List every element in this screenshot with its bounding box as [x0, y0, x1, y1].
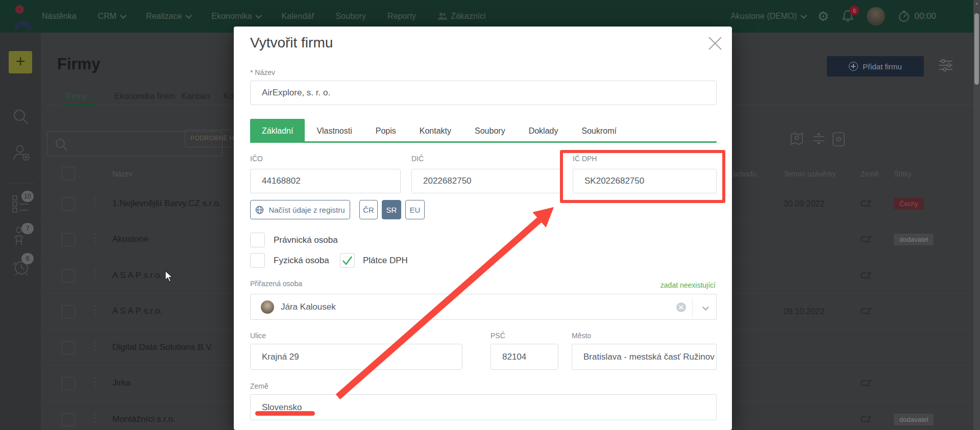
plus-circle-icon — [849, 62, 858, 71]
kebab-menu-icon[interactable] — [94, 269, 96, 280]
eye-card-icon[interactable] — [832, 132, 845, 147]
kebab-menu-icon[interactable] — [94, 341, 96, 351]
modal-tab-soukromi[interactable]: Soukromí — [570, 119, 628, 141]
tab-ekonomika-firem[interactable]: Ekonomika firem — [114, 92, 175, 101]
tab-kanban[interactable]: Kanban — [182, 92, 210, 101]
column-resize-icon[interactable] — [812, 132, 826, 146]
modal-tab-popis[interactable]: Popis — [364, 119, 408, 141]
row-checkbox[interactable] — [62, 197, 75, 211]
tag-badge: dodavatel — [894, 414, 934, 425]
nav-item-realizace[interactable]: Realizace — [146, 12, 190, 21]
checkmark-icon — [340, 254, 354, 267]
kebab-menu-icon[interactable] — [94, 413, 96, 423]
account-switcher[interactable]: Akustone (DEMO) — [730, 12, 805, 21]
kebab-menu-icon[interactable] — [94, 305, 96, 315]
select-all-checkbox[interactable] — [62, 167, 75, 180]
column-header-tags[interactable]: Štítky — [894, 170, 912, 178]
country-input[interactable]: Slovensko — [250, 394, 717, 420]
modal-tab-doklady[interactable]: Doklady — [517, 119, 570, 141]
kebab-menu-icon[interactable] — [94, 377, 96, 387]
modal-tab-zakladni[interactable]: Základní — [250, 119, 305, 141]
column-header-country[interactable]: Země — [861, 170, 879, 178]
dic-input[interactable]: 2022682750 — [411, 169, 562, 193]
country-cr-button[interactable]: ČR — [359, 200, 378, 219]
company-name[interactable]: 1.Nejlevnější Barvy.CZ s.r.o. — [112, 198, 221, 209]
quick-add-button[interactable]: + — [9, 51, 32, 73]
scrollbar-thumb[interactable] — [974, 13, 979, 85]
name-field-label: * Název — [250, 68, 275, 77]
person-avatar — [261, 300, 274, 314]
modal-tab-kontakty[interactable]: Kontakty — [408, 119, 463, 141]
left-sidebar: + 10 7 — [0, 33, 41, 430]
map-view-icon[interactable] — [790, 132, 804, 146]
nav-item-zakaznici[interactable]: Zákazníci — [437, 12, 485, 21]
legal-person-checkbox[interactable] — [250, 233, 265, 247]
close-icon[interactable] — [707, 36, 723, 51]
row-checkbox[interactable] — [62, 233, 75, 246]
kebab-menu-icon[interactable] — [94, 197, 96, 208]
scroll-up-arrow[interactable]: ▲ — [973, 1, 980, 6]
annotation-underline — [255, 411, 315, 416]
city-input[interactable]: Bratislava - mestská časť Ružinov — [572, 344, 717, 370]
ico-input[interactable]: 44168802 — [250, 169, 401, 193]
country-sr-button[interactable]: SR — [382, 200, 401, 219]
assigned-person-select[interactable]: Jára Kalousek — [250, 294, 717, 320]
nav-item-reporty[interactable]: Reporty — [387, 12, 416, 21]
notifications-button[interactable]: 6 — [841, 9, 854, 23]
ico-label: IČO — [250, 155, 263, 163]
settings-button[interactable]: ⚙ — [817, 9, 829, 24]
dic-label: DIČ — [411, 155, 424, 163]
company-name[interactable]: Montážníci s.r.o. — [112, 414, 176, 424]
row-checkbox[interactable] — [62, 413, 75, 426]
time-tracker[interactable]: 00:00 — [897, 10, 936, 23]
clear-selection-icon[interactable] — [676, 302, 687, 313]
deadline-cell: 09.10.2022 — [783, 307, 824, 316]
search-icon[interactable] — [12, 108, 29, 125]
company-name[interactable]: A S A P s.r.o. — [112, 306, 162, 316]
page-scrollbar[interactable]: ▲ — [973, 0, 980, 430]
add-contact-icon[interactable] — [12, 144, 31, 161]
row-checkbox[interactable] — [62, 269, 75, 283]
modal-tab-vlastnosti[interactable]: Vlastnosti — [305, 119, 363, 141]
physical-person-label: Fyzická osoba — [274, 256, 329, 266]
company-name[interactable]: A S A P s.r.o. — [112, 270, 162, 281]
name-input[interactable]: AirExplore, s. r. o. — [250, 81, 717, 105]
chevron-down-icon[interactable] — [702, 304, 709, 311]
row-checkbox[interactable] — [62, 341, 75, 355]
kebab-menu-icon[interactable] — [94, 233, 96, 243]
row-checkbox[interactable] — [62, 377, 75, 390]
select-divider — [692, 298, 693, 316]
nav-item-ekonomika[interactable]: Ekonomika — [211, 12, 260, 21]
user-avatar[interactable] — [867, 7, 885, 26]
tab-firmy[interactable]: Firmy — [66, 92, 87, 101]
nav-item-nastenka[interactable]: Nástěnka — [42, 12, 77, 21]
physical-person-checkbox[interactable] — [250, 253, 265, 268]
nav-item-kalendar[interactable]: Kalendář — [281, 12, 314, 21]
load-from-registry-button[interactable]: Načíst údaje z registru — [250, 200, 350, 219]
nav-item-soubory[interactable]: Soubory — [336, 12, 366, 21]
column-header-deadline[interactable]: Termín uzávěrky — [783, 170, 836, 178]
column-header-name[interactable]: Název — [112, 170, 133, 178]
row-checkbox[interactable] — [62, 305, 75, 318]
nav-item-crm[interactable]: CRM — [98, 12, 125, 21]
add-company-button[interactable]: Přidat firmu — [827, 56, 924, 77]
street-input[interactable]: Krajná 29 — [250, 344, 462, 370]
app-logo-icon[interactable] — [11, 4, 34, 30]
create-nonexistent-link[interactable]: zadat neexistující — [660, 281, 716, 289]
vat-payer-checkbox[interactable] — [340, 253, 355, 268]
zip-input[interactable]: 82104 — [491, 344, 558, 370]
column-header-phase[interactable]: bchodu — [733, 170, 756, 178]
country-cell: CZ — [861, 199, 871, 209]
country-cell: CZ — [861, 415, 871, 424]
company-name[interactable]: Akustone — [112, 234, 149, 244]
page-title: Firmy — [57, 55, 100, 73]
chevron-down-icon — [256, 12, 262, 19]
filter-icon[interactable] — [938, 58, 953, 72]
company-name[interactable]: Jirka — [112, 378, 131, 388]
country-eu-button[interactable]: EU — [405, 200, 425, 219]
people-badge: 7 — [21, 223, 34, 234]
mouse-cursor — [164, 270, 176, 283]
country-cell: CZ — [861, 379, 871, 388]
modal-tab-soubory[interactable]: Soubory — [463, 119, 517, 141]
company-name[interactable]: Digital Data Solutions B.V. — [112, 342, 213, 352]
